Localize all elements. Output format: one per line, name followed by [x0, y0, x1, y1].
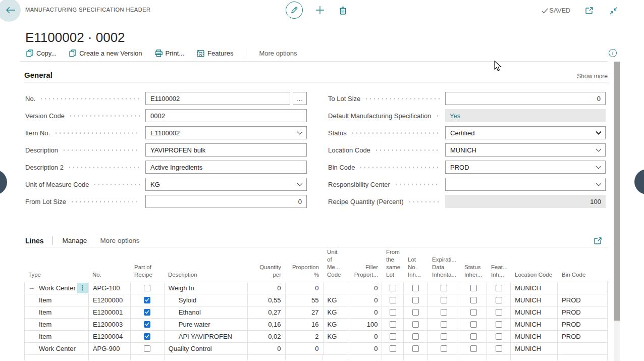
cell-uom-code[interactable] — [324, 282, 349, 294]
checkbox-unchecked[interactable] — [412, 333, 419, 340]
cell-location-code[interactable]: MUNICH — [511, 294, 558, 306]
from-lot-size-field[interactable]: 0 — [145, 195, 307, 208]
cell-no[interactable]: E1200001 — [89, 306, 131, 318]
cell-no[interactable]: APG-900 — [89, 343, 131, 354]
cell-status-inh[interactable] — [460, 319, 487, 330]
checkbox-unchecked[interactable] — [412, 345, 419, 352]
column-header-lot-no-inh[interactable]: Lot No. Inh... — [404, 256, 428, 282]
checkbox-unchecked[interactable] — [496, 297, 502, 303]
cell-lot-no-inh[interactable] — [404, 331, 428, 342]
checkbox-unchecked[interactable] — [390, 321, 396, 328]
checkbox-unchecked[interactable] — [470, 321, 477, 328]
lines-manage-menu[interactable]: Manage — [63, 237, 87, 244]
checkbox-unchecked[interactable] — [496, 321, 502, 328]
table-row[interactable]: →Work Center⋮APG-100Weigh In000MUNICH — [24, 282, 608, 294]
cell-empty[interactable] — [511, 355, 558, 360]
cell-bin-code[interactable]: PROD — [558, 306, 608, 318]
scrollbar-thumb[interactable] — [614, 62, 620, 321]
info-icon[interactable]: i — [609, 49, 617, 57]
cell-filler-proportion[interactable]: 0 — [348, 306, 382, 318]
cell-lot-no-inh[interactable] — [404, 282, 428, 294]
checkbox-unchecked[interactable] — [496, 285, 502, 291]
cell-status-inh[interactable] — [460, 282, 487, 294]
cell-lot-no-inh[interactable] — [404, 319, 428, 330]
cell-part-of-recipe[interactable] — [131, 294, 165, 306]
cell-bin-code[interactable]: PROD — [558, 319, 608, 330]
bin-code-field[interactable]: PROD — [445, 161, 606, 174]
cell-feat-inh[interactable] — [487, 319, 511, 330]
edit-button[interactable] — [286, 2, 303, 19]
checkbox-unchecked[interactable] — [441, 285, 447, 291]
carousel-prev-overlay[interactable] — [0, 170, 7, 195]
column-header-filler-proportion[interactable]: Filler Proport... — [348, 264, 382, 282]
cell-from-same-lot[interactable] — [382, 343, 404, 354]
cell-uom-code[interactable]: KG — [324, 331, 349, 342]
cell-quantity-per[interactable]: 0 — [248, 282, 286, 294]
cell-empty[interactable] — [248, 355, 286, 360]
cell-part-of-recipe[interactable] — [131, 306, 165, 318]
cell-status-inh[interactable] — [460, 331, 487, 342]
checkbox-unchecked[interactable] — [496, 345, 502, 352]
cell-lot-no-inh[interactable] — [404, 343, 428, 354]
checkbox-unchecked[interactable] — [412, 321, 419, 328]
column-header-part-of-recipe[interactable]: Part of Recipe — [130, 264, 164, 282]
cell-description[interactable]: API YAVIPROFEN — [165, 331, 248, 342]
cell-filler-proportion[interactable]: 0 — [348, 331, 382, 342]
cell-empty[interactable] — [428, 355, 460, 360]
cell-bin-code[interactable] — [558, 282, 608, 294]
cell-no[interactable]: APG-100 — [89, 282, 131, 294]
cell-description[interactable]: Ethanol — [165, 306, 248, 318]
cell-empty[interactable] — [286, 355, 324, 360]
checkbox-unchecked[interactable] — [496, 309, 502, 316]
checkbox-checked[interactable] — [144, 333, 150, 340]
checkbox-unchecked[interactable] — [144, 345, 150, 352]
checkbox-checked[interactable] — [144, 309, 150, 316]
cell-quantity-per[interactable]: 0,02 — [248, 331, 286, 342]
open-in-new-window-button[interactable] — [583, 5, 595, 16]
table-row[interactable]: ItemE1200003Pure water0,1616KG100MUNICHP… — [24, 319, 608, 331]
cell-status-inh[interactable] — [460, 294, 487, 306]
default-manufacturing-specification-value-link[interactable]: Yes — [450, 112, 460, 120]
cell-exp-data-inh[interactable] — [428, 343, 460, 354]
cell-description[interactable]: Quality Control — [165, 343, 248, 354]
cell-from-same-lot[interactable] — [382, 331, 404, 342]
cell-from-same-lot[interactable] — [382, 319, 404, 330]
cell-proportion[interactable]: 0 — [286, 282, 324, 294]
to-lot-size-field[interactable]: 0 — [445, 92, 606, 105]
cell-uom-code[interactable]: KG — [324, 319, 349, 330]
cell-quantity-per[interactable]: 0 — [248, 343, 286, 354]
version-code-field[interactable]: 0002 — [145, 109, 307, 122]
responsibility-center-field[interactable] — [445, 178, 606, 191]
ribbon-action-print[interactable]: Print... — [155, 49, 185, 57]
checkbox-unchecked[interactable] — [496, 333, 502, 340]
new-button[interactable] — [314, 5, 326, 16]
unit-of-measure-code-field[interactable]: KG — [145, 178, 307, 191]
cell-type[interactable]: Item — [25, 306, 89, 318]
ribbon-action-copy[interactable]: Copy... — [26, 49, 57, 57]
checkbox-unchecked[interactable] — [412, 297, 419, 303]
ribbon-action-create-a-new-version[interactable]: Create a new Version — [69, 49, 142, 57]
cell-proportion[interactable]: 2 — [286, 331, 324, 342]
cell-empty[interactable] — [25, 355, 89, 360]
checkbox-unchecked[interactable] — [441, 321, 447, 328]
no-field[interactable]: E1100002 — [145, 92, 290, 105]
cell-from-same-lot[interactable] — [382, 306, 404, 318]
checkbox-unchecked[interactable] — [470, 345, 477, 352]
row-menu-button[interactable]: ⋮ — [77, 283, 88, 293]
column-header-no[interactable]: No. — [88, 271, 130, 282]
cell-bin-code[interactable]: PROD — [558, 331, 608, 342]
cell-type[interactable]: Work Center — [25, 343, 89, 354]
cell-location-code[interactable]: MUNICH — [511, 282, 558, 294]
cell-part-of-recipe[interactable] — [131, 319, 165, 330]
checkbox-unchecked[interactable] — [470, 333, 477, 340]
cell-location-code[interactable]: MUNICH — [511, 343, 558, 354]
cell-type[interactable]: Item — [25, 294, 89, 306]
cell-part-of-recipe[interactable] — [131, 282, 165, 294]
location-code-field[interactable]: MUNICH — [445, 143, 606, 157]
vertical-scrollbar[interactable] — [614, 62, 620, 361]
cell-exp-data-inh[interactable] — [428, 331, 460, 342]
cell-feat-inh[interactable] — [487, 343, 511, 354]
cell-description[interactable]: Syloid — [165, 294, 248, 306]
description-2-field[interactable]: Active Ingredients — [145, 161, 307, 174]
cell-quantity-per[interactable]: 0,16 — [248, 319, 286, 330]
